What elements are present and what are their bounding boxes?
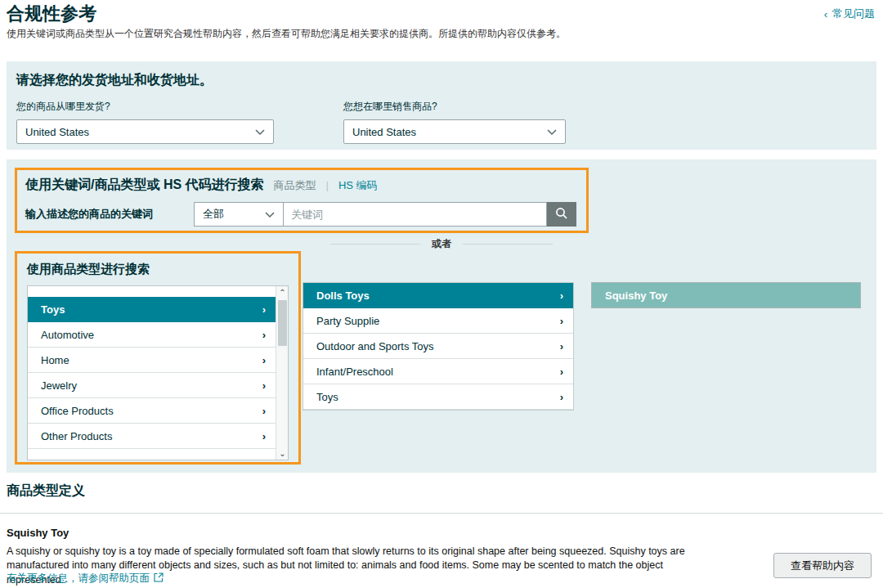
chevron-right-icon: › (560, 315, 563, 327)
list-item-outdoor-sports-toys[interactable]: Outdoor and Sports Toys › (303, 334, 573, 359)
chevron-right-icon: › (262, 379, 266, 392)
address-section-heading: 请选择您的发货地址和收货地址。 (16, 72, 867, 89)
tab-separator: | (326, 179, 329, 191)
ship-from-value: United States (25, 126, 89, 138)
list-item-dolls-toys[interactable]: Dolls Toys › (303, 283, 573, 308)
divider (0, 513, 883, 514)
list-item-squishy-toy[interactable]: Squishy Toy (591, 282, 861, 308)
category-level1-list: Kitchen Toys › Automotive › Home › (27, 285, 289, 460)
list-item-infant-preschool[interactable]: Infant/Preschool › (303, 359, 573, 384)
list-item-jewelry[interactable]: Jewelry › (28, 373, 276, 398)
divider-line (463, 244, 553, 245)
sell-where-value: United States (352, 126, 416, 138)
chevron-down-icon (265, 209, 275, 221)
definition-term: Squishy Toy (7, 527, 69, 539)
help-page-link[interactable]: 有关更多信息，请参阅帮助页面 (7, 572, 164, 586)
divider-line (330, 244, 420, 245)
address-section: 请选择您的发货地址和收货地址。 您的商品从哪里发货? United States… (7, 61, 876, 150)
chevron-right-icon: › (262, 405, 266, 417)
chevron-right-icon: › (262, 329, 266, 341)
list-item-label: Kitchen (41, 286, 89, 292)
list-item-clipped[interactable]: Kitchen (28, 286, 276, 297)
scrollbar[interactable]: ⌃ ⌄ (276, 286, 288, 460)
view-help-button[interactable]: 查看帮助内容 (773, 553, 872, 578)
faq-link[interactable]: ‹ 常见问题 (824, 7, 875, 21)
sell-where-select[interactable]: United States (343, 119, 566, 144)
sell-where-label: 您想在哪里销售商品? (343, 100, 566, 114)
search-heading: 使用关键词/商品类型或 HS 代码进行搜索 (25, 177, 264, 194)
chevron-right-icon: › (560, 366, 563, 378)
tab-hs-code[interactable]: HS 编码 (338, 178, 378, 193)
help-page-link-label: 有关更多信息，请参阅帮助页面 (7, 572, 150, 586)
list-item-label: Home (41, 354, 69, 366)
list-item-label: Outdoor and Sports Toys (316, 340, 434, 352)
chevron-down-icon (547, 126, 557, 138)
list-item-label: Office Products (41, 405, 114, 417)
compliance-reference-page: 合规性参考 ‹ 常见问题 使用关键词或商品类型从一个位置研究合规性帮助内容，然后… (0, 0, 883, 588)
external-link-icon (154, 572, 164, 585)
chevron-right-icon: › (262, 430, 266, 442)
list-item-party-supplie[interactable]: Party Supplie › (303, 308, 573, 334)
list-item-label: Party Supplie (316, 315, 379, 327)
page-subtitle: 使用关键词或商品类型从一个位置研究合规性帮助内容，然后查看可帮助您满足相关要求的… (7, 27, 566, 41)
list-item-label: Other Products (41, 430, 112, 442)
list-item-label: Squishy Toy (605, 290, 667, 302)
keyword-input[interactable] (284, 202, 547, 227)
list-item-label: Infant/Preschool (316, 366, 393, 378)
definition-heading: 商品类型定义 (7, 483, 85, 500)
back-chevron-icon: ‹ (824, 8, 827, 20)
chevron-right-icon: › (560, 340, 563, 352)
list-item-label: Toys (316, 391, 338, 403)
scope-value: 全部 (203, 207, 224, 222)
list-item-office-products[interactable]: Office Products › (28, 398, 276, 424)
scrollbar-thumb[interactable] (278, 300, 287, 346)
chevron-right-icon: › (262, 303, 266, 316)
list-item-label: Jewelry (41, 379, 77, 392)
or-divider: 或者 (7, 237, 876, 251)
ship-from-label: 您的商品从哪里发货? (16, 100, 274, 114)
list-item-automotive[interactable]: Automotive › (28, 322, 276, 348)
page-title: 合规性参考 (7, 2, 96, 26)
chevron-down-icon (255, 126, 265, 138)
category-browse-heading: 使用商品类型进行搜索 (27, 262, 289, 277)
category-level2-list: Dolls Toys › Party Supplie › Outdoor and… (303, 282, 574, 411)
tab-product-type[interactable]: 商品类型 (274, 178, 316, 193)
list-item-toys-sub[interactable]: Toys › (303, 384, 573, 410)
chevron-right-icon: › (262, 354, 266, 366)
list-item-label: Toys (41, 303, 65, 316)
list-item-label: Automotive (41, 329, 94, 341)
chevron-right-icon: › (560, 391, 563, 403)
list-item-toys[interactable]: Toys › (28, 297, 276, 322)
search-button[interactable] (547, 202, 576, 227)
scroll-down-icon[interactable]: ⌄ (276, 447, 289, 460)
search-icon (555, 207, 568, 222)
list-item-other-products[interactable]: Other Products › (28, 424, 276, 449)
keyword-label: 输入描述您的商品的关键词 (25, 207, 194, 222)
keyword-search-box: 使用关键词/商品类型或 HS 代码进行搜索 商品类型 | HS 编码 输入描述您… (15, 168, 589, 233)
chevron-right-icon: › (560, 290, 563, 302)
sell-where-group: 您想在哪里销售商品? United States (343, 100, 566, 144)
category-browse-box: 使用商品类型进行搜索 Kitchen Toys › Automotive › (15, 251, 301, 465)
search-section: 使用关键词/商品类型或 HS 代码进行搜索 商品类型 | HS 编码 输入描述您… (7, 159, 876, 473)
scroll-up-icon[interactable]: ⌃ (276, 286, 289, 298)
ship-from-group: 您的商品从哪里发货? United States (16, 100, 274, 144)
scope-select[interactable]: 全部 (194, 202, 284, 227)
list-item-home[interactable]: Home › (28, 348, 276, 373)
faq-link-label: 常见问题 (832, 7, 875, 21)
or-label: 或者 (432, 237, 451, 251)
ship-from-select[interactable]: United States (16, 119, 274, 144)
list-item-label: Dolls Toys (316, 290, 370, 302)
